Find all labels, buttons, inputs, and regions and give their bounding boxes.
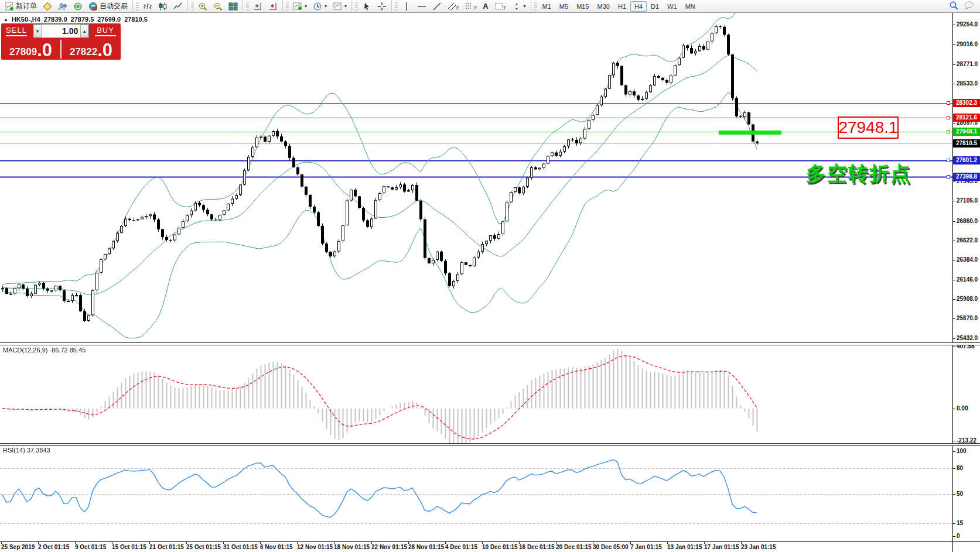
tf-m1-button[interactable]: M1 xyxy=(538,1,555,12)
tf-h4-button[interactable]: H4 xyxy=(630,1,647,12)
pointer-button[interactable] xyxy=(359,1,374,12)
sell-price-int: 27809 xyxy=(9,47,37,57)
time-tick-label[interactable]: 18 Nov 01:15 xyxy=(334,544,370,550)
buy-price[interactable]: 27822 .0 xyxy=(62,39,121,60)
group-grip[interactable] xyxy=(355,2,358,11)
rsi-chart-canvas[interactable] xyxy=(0,446,952,541)
auto-trading-button[interactable]: 自动交易 xyxy=(86,1,131,12)
tile-windows-button[interactable] xyxy=(226,1,241,12)
pane-separator-macd[interactable] xyxy=(0,342,980,345)
group-grip[interactable] xyxy=(136,2,139,11)
signals-button[interactable] xyxy=(70,1,86,12)
time-tick-label[interactable]: 2 Oct 01:15 xyxy=(38,544,69,550)
chart-shift-button[interactable] xyxy=(265,1,281,12)
new-order-button[interactable]: 新订单 xyxy=(2,1,40,12)
tf-mn-button[interactable]: MN xyxy=(681,1,699,12)
cn-annotation-text[interactable]: 多空转折点 xyxy=(806,160,911,187)
time-tick-label[interactable]: 16 Dec 01:15 xyxy=(519,544,555,550)
time-tick-label[interactable]: 15 Oct 01:15 xyxy=(112,544,146,550)
text-button[interactable]: A xyxy=(480,1,491,12)
zoom-in-button[interactable] xyxy=(195,1,210,12)
volume-input[interactable] xyxy=(42,25,80,37)
templates-button-caret[interactable]: ▾ xyxy=(344,4,347,9)
time-tick-label[interactable]: 22 Nov 01:15 xyxy=(371,544,407,550)
time-tick-label[interactable]: 30 Dec 05:00 xyxy=(593,544,629,550)
macd-tick-label: 0.00 xyxy=(957,405,968,412)
time-tick-label[interactable]: 21 Oct 01:15 xyxy=(149,544,184,550)
vertical-line-button[interactable] xyxy=(399,1,414,12)
chat-icon[interactable] xyxy=(964,1,974,12)
time-tick-label[interactable]: 7 Jan 01:15 xyxy=(630,544,662,550)
time-tick-label[interactable]: 20 Dec 01:15 xyxy=(556,544,592,550)
indicators-button[interactable]: ▾ xyxy=(290,1,310,12)
zoom-out-button[interactable] xyxy=(210,1,226,12)
group-grip[interactable] xyxy=(395,2,398,11)
time-tick-label[interactable]: 31 Oct 01:15 xyxy=(223,544,258,550)
line-chart-button[interactable] xyxy=(170,1,186,12)
time-tick-label[interactable]: 6 Nov 01:15 xyxy=(260,544,293,550)
group-grip[interactable] xyxy=(534,2,537,11)
time-tick-label[interactable]: 12 Nov 01:15 xyxy=(297,544,333,550)
time-tick-label[interactable]: 23 Jan 01:15 xyxy=(741,544,776,550)
toolbar: 新订单自动交易▾▾▾EFAT▾M1M5M15M30H1H4D1W1MN xyxy=(0,0,980,13)
zoom-out-icon xyxy=(213,2,223,11)
sell-price[interactable]: 27809 .0 xyxy=(1,39,60,60)
bar-chart-button[interactable] xyxy=(140,1,155,12)
arrows-button[interactable]: ▾ xyxy=(509,1,529,12)
toolbar-group-cursor xyxy=(351,0,391,13)
macd-chart-canvas[interactable] xyxy=(0,345,952,443)
time-tick-label[interactable]: 25 Sep 2019 xyxy=(1,544,35,550)
time-tick-mark xyxy=(260,541,261,544)
group-grip[interactable] xyxy=(191,2,194,11)
toolbar-group-shift xyxy=(243,0,282,13)
group-grip[interactable] xyxy=(246,2,249,11)
time-tick-mark xyxy=(112,541,112,544)
time-tick-mark xyxy=(75,541,76,544)
periods-button-caret[interactable]: ▾ xyxy=(325,4,327,9)
text-label-button[interactable]: T xyxy=(491,1,509,12)
buy-button[interactable]: BUY xyxy=(90,23,121,39)
templates-button[interactable]: ▾ xyxy=(330,1,350,12)
volume-decrease-button[interactable]: ▼ xyxy=(33,25,42,37)
crosshair-button[interactable] xyxy=(374,1,390,12)
candlestick-button[interactable] xyxy=(155,1,170,12)
time-tick-label[interactable]: 25 Oct 01:15 xyxy=(186,544,221,550)
pane-separator-rsi[interactable] xyxy=(0,443,980,446)
tf-m15-button[interactable]: M15 xyxy=(572,1,593,12)
marketwatch-button[interactable] xyxy=(40,1,55,12)
price-annotation-box[interactable]: 27948.1 xyxy=(838,116,899,139)
data-window-button[interactable] xyxy=(55,1,70,12)
time-tick-label[interactable]: 13 Jan 01:15 xyxy=(667,544,702,550)
rsi-tick-label: 15 xyxy=(957,520,963,526)
time-tick-label[interactable]: 9 Oct 01:15 xyxy=(75,544,106,550)
one-click-trading-panel: SELL ▼ ▲ BUY 27809 .0 27822 .0 xyxy=(1,23,121,60)
tf-m30-button[interactable]: M30 xyxy=(593,1,614,12)
time-tick-mark xyxy=(408,541,409,544)
sell-button[interactable]: SELL xyxy=(1,23,32,39)
crosshair-icon xyxy=(377,2,387,11)
channel-button[interactable]: E xyxy=(445,1,462,12)
indicators-button-caret[interactable]: ▾ xyxy=(305,4,307,9)
auto-scroll-button[interactable] xyxy=(250,1,265,12)
arrows-button-caret[interactable]: ▾ xyxy=(524,4,526,9)
time-tick-label[interactable]: 17 Jan 01:15 xyxy=(704,544,739,550)
highlight-trendline[interactable] xyxy=(719,131,781,135)
collapse-triangle-icon[interactable]: ▲ xyxy=(4,17,8,22)
tf-d1-button[interactable]: D1 xyxy=(647,1,663,12)
volume-increase-button[interactable]: ▲ xyxy=(80,25,88,37)
fibonacci-button[interactable]: F xyxy=(462,1,480,12)
time-tick-label[interactable]: 28 Nov 01:15 xyxy=(408,544,444,550)
group-grip[interactable] xyxy=(286,2,289,11)
toolbar-group-insert: ▾▾▾ xyxy=(282,0,351,13)
time-tick-mark xyxy=(149,541,150,544)
tf-h1-button[interactable]: H1 xyxy=(614,1,630,12)
search-icon[interactable] xyxy=(949,1,959,12)
time-tick-label[interactable]: 4 Dec 01:15 xyxy=(445,544,477,550)
tf-m5-button[interactable]: M5 xyxy=(555,1,572,12)
trendline-button[interactable] xyxy=(429,1,445,12)
price-tick-label: 28533.0 xyxy=(957,80,978,87)
tf-w1-button[interactable]: W1 xyxy=(663,1,681,12)
horizontal-line-button[interactable] xyxy=(414,1,429,12)
time-tick-label[interactable]: 10 Dec 01:15 xyxy=(482,544,518,550)
periods-button[interactable]: ▾ xyxy=(310,1,330,12)
